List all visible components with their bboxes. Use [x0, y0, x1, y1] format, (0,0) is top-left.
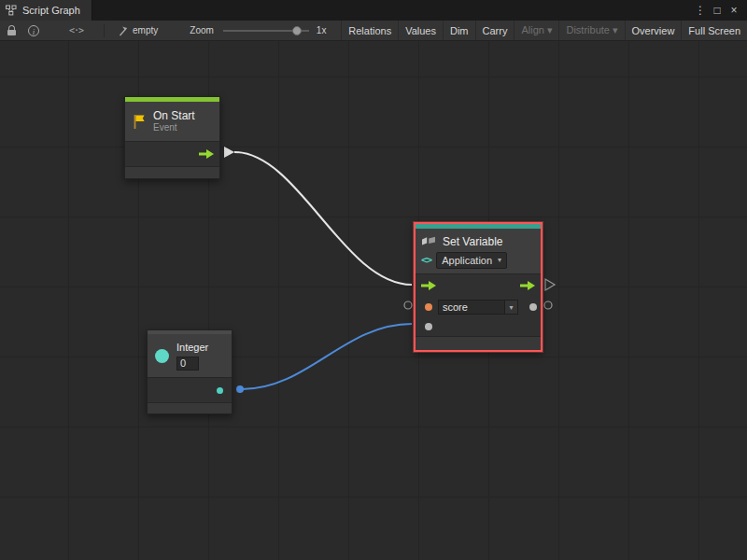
flow-input-port[interactable]: [421, 281, 436, 290]
values-button[interactable]: Values: [398, 21, 443, 40]
relations-button[interactable]: Relations: [341, 21, 398, 40]
caret-down-icon: ▾: [498, 256, 501, 264]
variable-scope-value: Application: [442, 255, 492, 266]
code-view-icon[interactable]: <·>: [69, 25, 83, 35]
close-icon[interactable]: ×: [726, 0, 741, 21]
variable-name-input[interactable]: [439, 301, 504, 314]
align-dropdown-button[interactable]: Align ▾: [514, 21, 558, 40]
name-right-connector: [544, 301, 552, 309]
wires-layer: [0, 41, 747, 560]
tab-script-graph[interactable]: Script Graph: [0, 0, 92, 21]
node-title: Integer: [176, 342, 208, 354]
flow-output-port[interactable]: [520, 281, 535, 290]
toolbar: i <·> empty Zoom 1x Relations Values Dim…: [0, 21, 747, 41]
name-input-port[interactable]: [425, 303, 432, 311]
value-input-port[interactable]: [425, 323, 432, 330]
flow-output-port[interactable]: [199, 149, 214, 159]
field-caret-icon[interactable]: ▾: [504, 301, 517, 314]
node-subtitle: Event: [153, 122, 195, 133]
integer-output-port[interactable]: [217, 387, 223, 394]
variable-scope-dropdown[interactable]: Application ▾: [436, 252, 507, 269]
menu-dots-icon[interactable]: ⋮: [693, 0, 708, 21]
integer-type-icon: [155, 349, 169, 363]
graph-name-label: empty: [133, 25, 158, 35]
tab-title: Script Graph: [22, 5, 80, 16]
toolbar-buttons: Relations Values Dim Carry Align ▾ Distr…: [341, 21, 747, 40]
graph-canvas[interactable]: On Start Event Set Variable: [0, 41, 747, 560]
zoom-slider-knob[interactable]: [292, 26, 302, 35]
integer-value-field[interactable]: 0: [176, 357, 199, 371]
flow-wire: [234, 152, 412, 285]
title-bar: Script Graph ⋮ □ ×: [0, 0, 747, 21]
zoom-label: Zoom: [190, 25, 214, 35]
carry-button[interactable]: Carry: [475, 21, 514, 40]
toolbar-separator: [104, 24, 105, 37]
node-title: On Start: [153, 109, 195, 122]
distribute-dropdown-button[interactable]: Distribute ▾: [558, 21, 624, 40]
variables-icon: [421, 236, 437, 247]
lock-icon[interactable]: [7, 25, 17, 35]
flow-next-connector: [545, 279, 555, 290]
graph-flag-icon: [118, 25, 129, 36]
flow-out-connector: [224, 147, 234, 158]
info-icon[interactable]: i: [28, 25, 39, 36]
node-set-variable[interactable]: Set Variable <> Application ▾: [414, 222, 543, 352]
node-integer[interactable]: Integer 0: [147, 329, 233, 414]
flag-icon: [133, 114, 146, 130]
value-wire: [242, 324, 412, 389]
code-brackets-icon: <>: [421, 254, 431, 266]
window-controls: ⋮ □ ×: [693, 0, 747, 21]
overview-button[interactable]: Overview: [625, 21, 682, 40]
node-on-start[interactable]: On Start Event: [124, 96, 220, 179]
fullscreen-button[interactable]: Full Screen: [681, 21, 747, 40]
graph-tab-icon: [6, 5, 17, 16]
variable-name-field[interactable]: ▾: [438, 300, 518, 315]
result-output-port[interactable]: [529, 303, 537, 311]
integer-out-connector: [236, 385, 244, 393]
name-left-connector: [404, 301, 412, 309]
zoom-value: 1x: [317, 25, 327, 35]
maximize-icon[interactable]: □: [710, 0, 725, 21]
zoom-slider[interactable]: [223, 30, 309, 32]
dim-button[interactable]: Dim: [443, 21, 475, 40]
node-title: Set Variable: [443, 235, 502, 248]
